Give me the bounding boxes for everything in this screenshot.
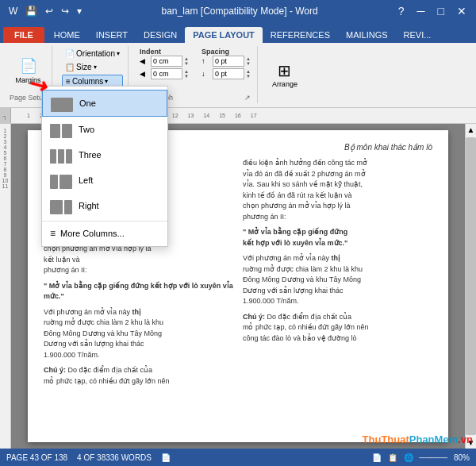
size-button[interactable]: 📋 Size ▾ [62, 61, 123, 73]
one-col-icon [51, 94, 73, 112]
indent-section: Indent ◀ ▲ ▼ ◀ ▲ ▼ [140, 48, 189, 81]
tab-page-layout[interactable]: PAGE LAYOUT [185, 27, 263, 43]
spacing-after-down[interactable]: ▼ [246, 74, 251, 79]
ribbon-tab-bar: FILE HOME INSERT DESIGN PAGE LAYOUT REFE… [0, 22, 476, 43]
columns-right-label: Right [79, 201, 99, 210]
more-columns-icon: ≡ [50, 228, 56, 239]
columns-dropdown: One Two Three Left Right [41, 86, 168, 247]
undo-button[interactable]: ↩ [43, 4, 56, 18]
word-count: 4 OF 38336 WORDS [77, 453, 152, 462]
vertical-scrollbar[interactable]: ▲ ▼ [465, 124, 476, 449]
right-col-para: Với phương án mở vỉa này thịruờng mở đượ… [243, 253, 432, 307]
more-columns-label: More Columns... [60, 229, 125, 238]
maximize-button[interactable]: □ [435, 5, 447, 17]
columns-one-option[interactable]: One [42, 90, 167, 117]
tab-references[interactable]: REFERENCES [263, 27, 338, 43]
columns-right-option[interactable]: Right [42, 193, 167, 218]
status-bar: PAGE 43 OF 138 4 OF 38336 WORDS 📄 📄 📋 🌐 … [0, 449, 476, 466]
more-columns-option[interactable]: ≡ More Columns... [42, 224, 167, 243]
columns-two-option[interactable]: Two [42, 117, 167, 142]
left-col-bold: " Mở vỉa bằng cặp giếng đứng kết hợp với… [44, 281, 233, 302]
right-col-chuy: Chú ý: Do đặc điểm địa chất củamỏ phức t… [243, 312, 432, 345]
three-col-icon [50, 146, 72, 164]
left-col-icon [50, 171, 72, 189]
columns-three-option[interactable]: Three [42, 142, 167, 168]
spacing-after-input[interactable] [213, 68, 244, 79]
indent-left-input[interactable] [151, 56, 182, 67]
scroll-up-button[interactable]: ▲ [466, 124, 476, 136]
indent-right-row: ◀ ▲ ▼ [140, 68, 189, 79]
spacing-section: Spacing ↑ ▲ ▼ ↓ ▲ ▼ [202, 48, 251, 81]
tab-home[interactable]: HOME [46, 27, 88, 43]
help-button[interactable]: ? [395, 5, 408, 17]
view-normal-icon[interactable]: 📄 [372, 453, 382, 462]
ruler-corner: ┐ [0, 108, 11, 124]
track-changes-icon[interactable]: 📄 [161, 453, 171, 462]
dropdown-divider [42, 221, 167, 221]
tab-mailings[interactable]: MAILINGS [338, 27, 396, 43]
right-col-icon [50, 197, 72, 214]
spacing-before-row: ↑ ▲ ▼ [202, 56, 251, 67]
indent-right-down[interactable]: ▼ [184, 74, 189, 79]
paragraph-expand-icon[interactable]: ↗ [244, 94, 251, 102]
redo-button[interactable]: ↪ [59, 4, 71, 18]
zoom-slider[interactable]: ───── [420, 453, 447, 462]
spacing-after-row: ↓ ▲ ▼ [202, 68, 251, 79]
zoom-level: 80% [454, 453, 470, 462]
tab-insert[interactable]: INSERT [88, 27, 136, 43]
columns-left-label: Left [79, 175, 93, 185]
spacing-before-down[interactable]: ▼ [246, 61, 251, 66]
indent-left-down[interactable]: ▼ [184, 61, 189, 66]
window-title: ban_lam [Compatibility Mode] - Word [84, 6, 394, 17]
tab-design[interactable]: DESIGN [136, 27, 185, 43]
two-col-icon [50, 121, 72, 138]
arrange-button[interactable]: ⊞ Arrange [269, 48, 301, 102]
minimize-button[interactable]: ─ [414, 5, 428, 17]
word-logo-icon: W [6, 4, 20, 18]
columns-three-label: Three [79, 150, 102, 160]
vertical-ruler: 1 2 3 4 5 6 7 8 9 10 11 [0, 124, 11, 449]
tab-file[interactable]: FILE [3, 27, 44, 43]
right-col-text1: điều kiện ảnh hưởng đến công tác mởvỉa đ… [243, 158, 432, 222]
indent-left-row: ◀ ▲ ▼ [140, 56, 189, 67]
indent-right-input[interactable] [151, 68, 182, 79]
customize-qat-button[interactable]: ▾ [75, 4, 84, 18]
spacing-before-input[interactable] [213, 56, 244, 67]
right-col-bold: " Mở vỉa bằng cặp giếng đứngkết hợp với … [243, 227, 432, 248]
save-button[interactable]: 💾 [23, 4, 40, 18]
columns-two-label: Two [79, 125, 94, 134]
page-info: PAGE 43 OF 138 [6, 453, 67, 462]
title-bar: W 💾 ↩ ↪ ▾ ban_lam [Compatibility Mode] -… [0, 0, 476, 22]
close-button[interactable]: ✕ [454, 5, 470, 17]
view-web-icon[interactable]: 🌐 [404, 453, 413, 462]
quick-access-toolbar: W 💾 ↩ ↪ ▾ [6, 4, 84, 18]
status-left: PAGE 43 OF 138 4 OF 38336 WORDS 📄 [6, 453, 171, 462]
view-layout-icon[interactable]: 📋 [388, 453, 397, 462]
title-bar-left: W 💾 ↩ ↪ ▾ [6, 4, 84, 18]
left-col-para: Với phương án mở vỉa này thịruờng mở đượ… [44, 307, 233, 361]
columns-one-label: One [79, 98, 96, 108]
right-column: điều kiện ảnh hưởng đến công tác mởvỉa đ… [243, 158, 432, 387]
watermark: ThuThuatPhanMem.vn [363, 433, 473, 445]
left-col-chuy: Chú ý: Do đặc điểm địa chất củamỏ phức t… [44, 365, 233, 387]
columns-left-option[interactable]: Left [42, 168, 167, 193]
status-right: 📄 📋 🌐 ───── 80% [372, 453, 470, 462]
title-bar-controls: ? ─ □ ✕ [395, 5, 470, 17]
scroll-thumb[interactable] [466, 137, 476, 435]
tab-review[interactable]: REVI... [396, 27, 440, 43]
orientation-button[interactable]: 📄 Orientation ▾ [62, 48, 123, 60]
